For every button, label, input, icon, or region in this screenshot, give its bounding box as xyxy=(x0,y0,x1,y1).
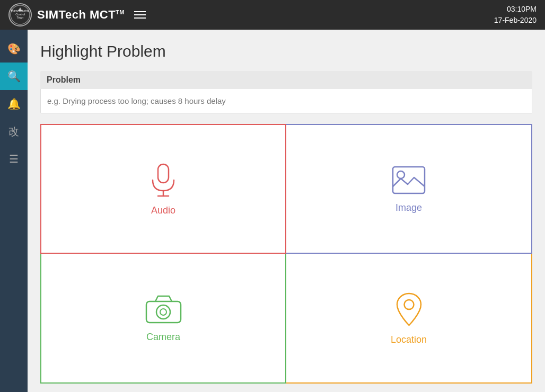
svg-point-9 xyxy=(397,171,405,179)
problem-input[interactable] xyxy=(40,89,532,113)
svg-text:Town: Town xyxy=(17,16,24,19)
location-button[interactable]: Location xyxy=(286,254,532,384)
sidebar-item-kaizen[interactable]: 改 xyxy=(0,118,28,145)
menu-button[interactable] xyxy=(134,11,146,19)
sidebar-item-palette[interactable]: 🎨 xyxy=(0,35,28,63)
main-content: Highlight Problem Problem Audio xyxy=(28,30,545,392)
kaizen-icon: 改 xyxy=(8,124,19,139)
audio-icon xyxy=(147,162,179,199)
image-icon xyxy=(390,164,427,196)
camera-icon xyxy=(144,293,183,325)
sidebar-item-notifications[interactable]: 🔔 xyxy=(0,90,28,118)
sidebar-item-list[interactable]: ☰ xyxy=(0,145,28,173)
location-icon xyxy=(394,291,424,328)
image-button[interactable]: Image xyxy=(286,124,532,254)
header: Manufacturing Control Town SIMTech MCTTM… xyxy=(0,0,545,30)
svg-rect-8 xyxy=(393,167,425,193)
svg-point-11 xyxy=(156,305,170,319)
camera-button[interactable]: Camera xyxy=(40,254,286,384)
problem-section: Problem xyxy=(40,71,532,124)
time-display: 03:10PM xyxy=(494,4,537,15)
svg-point-12 xyxy=(160,309,166,315)
sidebar-item-search[interactable]: 🔍 xyxy=(0,63,28,90)
problem-label: Problem xyxy=(40,71,532,89)
svg-text:Control: Control xyxy=(15,13,25,16)
logo: Manufacturing Control Town SIMTech MCTTM xyxy=(8,3,146,26)
svg-rect-5 xyxy=(158,164,169,183)
bell-icon: 🔔 xyxy=(7,97,21,110)
audio-label: Audio xyxy=(151,205,175,216)
svg-point-13 xyxy=(404,300,414,309)
location-label: Location xyxy=(391,334,427,345)
layout: 🎨 🔍 🔔 改 ☰ Highlight Problem Problem xyxy=(0,30,545,392)
logo-circle: Manufacturing Control Town xyxy=(8,3,32,26)
date-display: 17-Feb-2020 xyxy=(494,15,537,26)
page-title: Highlight Problem xyxy=(40,42,532,60)
image-label: Image xyxy=(395,202,422,213)
app-title: SIMTech MCTTM xyxy=(37,8,125,22)
palette-icon: 🎨 xyxy=(7,42,21,55)
audio-button[interactable]: Audio xyxy=(40,124,286,254)
camera-label: Camera xyxy=(146,332,180,343)
sidebar: 🎨 🔍 🔔 改 ☰ xyxy=(0,30,28,392)
media-grid: Audio Image xyxy=(40,124,532,384)
datetime-display: 03:10PM 17-Feb-2020 xyxy=(494,4,537,26)
search-icon: 🔍 xyxy=(7,70,21,83)
list-icon: ☰ xyxy=(9,153,19,165)
